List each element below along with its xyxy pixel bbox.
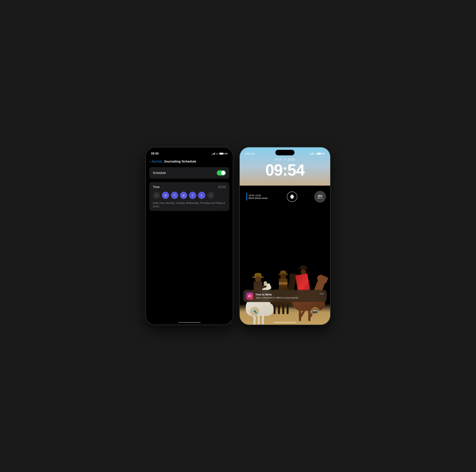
page-title: Journaling Schedule bbox=[164, 160, 196, 163]
calendar-accent bbox=[246, 193, 247, 201]
day-thursday[interactable]: T bbox=[189, 192, 196, 199]
flashlight-icon: 🔦 bbox=[253, 309, 257, 314]
day-monday[interactable]: M bbox=[162, 192, 169, 199]
time-label: Time bbox=[153, 185, 160, 189]
event-time: 18:00–19:00 bbox=[248, 194, 267, 197]
status-bar-right: WiFiCall ▲ 100 bbox=[240, 147, 330, 157]
time-display: 16:02 bbox=[288, 158, 295, 161]
steps-widget: 894 681 m bbox=[314, 191, 326, 203]
event-title: Work drinks Anna bbox=[248, 197, 267, 200]
right-screen: WiFiCall ▲ 100 Fri 17 ☀ 16:02 bbox=[240, 147, 330, 325]
day-sunday[interactable]: S bbox=[153, 192, 160, 199]
battery-fill bbox=[220, 153, 223, 154]
signal-icon bbox=[212, 152, 215, 155]
schedule-toggle-row: Schedule bbox=[149, 167, 229, 179]
day-letter: M bbox=[165, 194, 167, 197]
schedule-label: Schedule bbox=[153, 171, 166, 175]
camera-icon: 📷 bbox=[313, 309, 318, 314]
journal-notification[interactable]: Time to Write Take a moment to reflect i… bbox=[243, 290, 327, 302]
settings-content: Schedule Time 20:00 S M bbox=[146, 166, 233, 325]
home-indicator bbox=[178, 322, 201, 323]
status-icons: ▲ 100 bbox=[212, 152, 228, 155]
bottom-controls: 🔦 📷 bbox=[240, 307, 330, 316]
wifi-icon: ▲ bbox=[216, 152, 218, 155]
day-tuesday[interactable]: T bbox=[171, 192, 178, 199]
watch-icon: ⌚ bbox=[289, 194, 295, 199]
battery-icon bbox=[219, 152, 223, 155]
steps-number: 894 bbox=[318, 194, 322, 197]
app-icon bbox=[246, 292, 253, 300]
signal-icon bbox=[310, 152, 313, 155]
right-phone: WiFiCall ▲ 100 Fri 17 ☀ 16:02 bbox=[240, 147, 330, 325]
rider-hat-crown bbox=[280, 270, 286, 274]
dynamic-island-left bbox=[180, 150, 199, 155]
back-label: Journal bbox=[151, 160, 162, 163]
back-button[interactable]: ‹ Journal bbox=[149, 160, 162, 163]
battery-label: 100 bbox=[322, 152, 325, 155]
day-friday[interactable]: F bbox=[198, 192, 205, 199]
battery-label: 100 bbox=[224, 152, 228, 155]
lockscreen-widgets: 18:00–19:00 Work drinks Anna ⌚ 894 681 m bbox=[240, 191, 330, 203]
days-row: S M T W T F bbox=[153, 192, 226, 199]
rider-belt bbox=[279, 282, 288, 285]
journal-app-svg bbox=[247, 293, 253, 299]
lockscreen-info: Fri 17 ☀ 16:02 09:54 bbox=[240, 158, 330, 181]
painting-scene bbox=[240, 182, 330, 325]
day-letter: T bbox=[192, 194, 193, 197]
nav-bar: ‹ Journal Journaling Schedule bbox=[146, 157, 233, 166]
calendar-text: 18:00–19:00 Work drinks Anna bbox=[248, 194, 267, 200]
battery-fill bbox=[317, 153, 321, 154]
day-letter: W bbox=[182, 194, 185, 197]
time-value: 20:00 bbox=[218, 185, 226, 189]
status-time: 09:55 bbox=[151, 152, 159, 155]
steps-unit: 681 m bbox=[317, 197, 323, 199]
home-indicator bbox=[274, 322, 296, 323]
notification-title: Time to Write bbox=[255, 293, 318, 296]
flashlight-button[interactable]: 🔦 bbox=[250, 307, 259, 316]
battery-icon bbox=[317, 152, 321, 155]
notification-body: Take a moment to reflect in your journal… bbox=[255, 296, 318, 299]
rider-hat bbox=[298, 268, 309, 269]
notification-time: now bbox=[320, 292, 324, 295]
status-icons-right: ▲ 100 bbox=[310, 152, 325, 155]
schedule-description: Write every Monday, Tuesday, Wednesday, … bbox=[153, 202, 226, 208]
date-text: Fri 17 bbox=[275, 158, 282, 161]
time-row: Time 20:00 bbox=[153, 185, 226, 189]
date-row: Fri 17 ☀ 16:02 bbox=[245, 158, 325, 161]
day-letter: S bbox=[156, 194, 157, 197]
calendar-widget: 18:00–19:00 Work drinks Anna bbox=[244, 191, 270, 202]
carrier-label: WiFiCall bbox=[245, 152, 255, 155]
sun-icon: ☀ bbox=[284, 158, 286, 161]
day-letter: F bbox=[201, 194, 202, 197]
schedule-toggle[interactable] bbox=[217, 170, 226, 176]
notification-content: Time to Write Take a moment to reflect i… bbox=[255, 293, 318, 299]
left-phone: 09:55 ▲ 100 ‹ Journal Journ bbox=[146, 147, 233, 325]
day-saturday[interactable]: S bbox=[207, 192, 214, 199]
camera-button[interactable]: 📷 bbox=[311, 307, 320, 316]
journal-icon bbox=[246, 292, 253, 300]
clock-display: 09:54 bbox=[245, 162, 325, 178]
toggle-knob bbox=[221, 171, 225, 175]
time-days-card: Time 20:00 S M T W bbox=[149, 182, 229, 211]
day-wednesday[interactable]: W bbox=[180, 192, 187, 199]
left-screen: 09:55 ▲ 100 ‹ Journal Journ bbox=[146, 147, 233, 325]
rider-torso bbox=[279, 279, 288, 292]
day-letter: T bbox=[174, 194, 175, 197]
day-letter: S bbox=[210, 194, 212, 197]
wifi-icon: ▲ bbox=[314, 152, 316, 155]
back-chevron-icon: ‹ bbox=[149, 160, 151, 163]
watch-widget: ⌚ bbox=[287, 191, 297, 202]
